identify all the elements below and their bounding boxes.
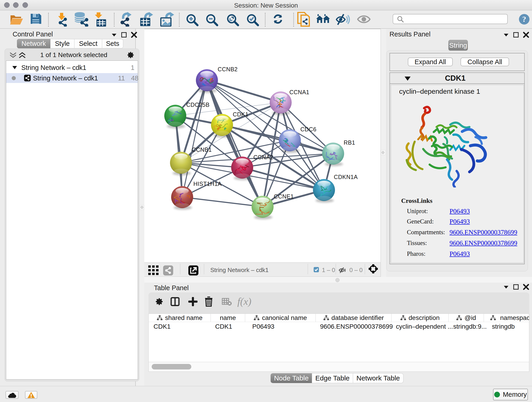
svg-text:?: ?: [522, 15, 526, 23]
